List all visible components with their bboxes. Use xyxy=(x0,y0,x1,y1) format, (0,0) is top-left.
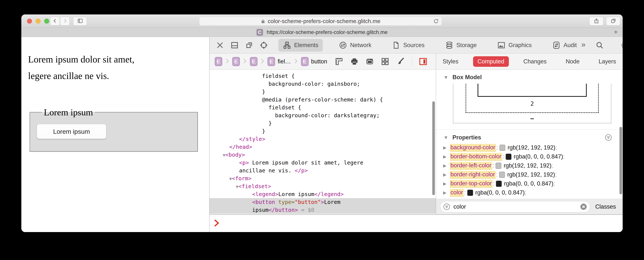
inspector-tab-audit[interactable]: Audit xyxy=(548,39,581,52)
dom-tree-line[interactable]: ▼<fieldset> xyxy=(210,182,436,190)
safari-window: color-scheme-prefers-color-scheme.glitch… xyxy=(21,15,623,232)
tab-label: Graphics xyxy=(508,42,532,49)
dom-tree-line[interactable]: fieldset { xyxy=(210,103,436,111)
disclosure-icon[interactable]: ▶ xyxy=(443,190,450,195)
tab-title[interactable]: https://color-scheme-prefers-color-schem… xyxy=(267,29,388,35)
sidebar-scrollbar[interactable] xyxy=(620,127,622,194)
dom-tree-line[interactable]: ▼<form> xyxy=(210,174,436,182)
dom-tree-line[interactable]: } xyxy=(210,88,436,96)
classes-toggle[interactable]: Classes xyxy=(595,203,616,210)
clear-filter-button[interactable] xyxy=(580,203,587,210)
property-filter-input[interactable]: color xyxy=(440,201,590,212)
minimize-window-button[interactable] xyxy=(36,19,40,24)
dom-tree-line-selected[interactable]: <button type="button">Lorem xyxy=(210,198,436,206)
disclosure-icon[interactable]: ▶ xyxy=(443,145,450,150)
sidebar-tab-computed[interactable]: Computed xyxy=(473,56,509,67)
property-row-color[interactable]: ▶color:rgba(0, 0, 0, 0.847); xyxy=(436,188,623,197)
inspector-tab-storage[interactable]: Storage xyxy=(441,39,481,52)
back-button[interactable] xyxy=(50,17,60,26)
color-swatch[interactable] xyxy=(499,172,505,178)
dom-tree-line[interactable]: </style> xyxy=(210,135,436,143)
document-icon xyxy=(392,41,400,49)
property-name: border-bottom-color xyxy=(450,153,502,161)
filter-text: color xyxy=(454,203,577,210)
device-window-button[interactable] xyxy=(366,57,374,66)
inspector-tab-sources[interactable]: Sources xyxy=(388,39,429,52)
grid-overlay-button[interactable] xyxy=(381,57,389,66)
sidebar-tab-node[interactable]: Node xyxy=(561,56,584,67)
close-inspector-button[interactable] xyxy=(216,41,224,50)
paint-flashing-button[interactable] xyxy=(396,57,404,66)
dom-tree-line[interactable]: ancillae ne vis. </p> xyxy=(210,167,436,174)
property-row-border-right-color[interactable]: ▶border-right-color:rgb(192, 192, 192); xyxy=(436,170,623,179)
close-window-button[interactable] xyxy=(27,19,32,24)
sidebar-tab-styles[interactable]: Styles xyxy=(438,56,463,67)
zoom-window-button[interactable] xyxy=(44,19,49,24)
property-name: color xyxy=(450,189,464,197)
detach-window-button[interactable] xyxy=(245,41,253,50)
dom-tree-line[interactable]: background-color: gainsboro; xyxy=(210,80,436,88)
dom-tree-line[interactable]: </head> xyxy=(210,143,436,151)
share-button[interactable] xyxy=(589,17,604,26)
element-picker-button[interactable] xyxy=(260,41,268,50)
property-row-border-left-color[interactable]: ▶border-left-color:rgb(192, 192, 192); xyxy=(436,161,623,170)
quick-console[interactable] xyxy=(210,214,623,232)
search-button[interactable] xyxy=(595,41,604,50)
inspect-mode-active-icon[interactable] xyxy=(419,57,427,66)
lock-icon xyxy=(260,19,266,24)
property-value: rgba(0, 0, 0, 0.847) xyxy=(514,153,563,160)
disclosure-icon[interactable]: ▶ xyxy=(443,172,450,177)
styles-sidebar-tabs: StylesComputedChangesNodeLayers xyxy=(436,53,623,70)
color-swatch[interactable] xyxy=(506,154,512,160)
color-swatch[interactable] xyxy=(467,190,473,196)
property-row-background-color[interactable]: ▶background-color:rgb(192, 192, 192); xyxy=(436,143,623,152)
dom-tree-view[interactable]: fieldset { background-color: gainsboro; … xyxy=(210,70,436,214)
reload-button[interactable] xyxy=(433,18,440,25)
dock-bottom-button[interactable] xyxy=(230,41,239,50)
dom-tree-line[interactable]: @media (prefers-color-scheme: dark) { xyxy=(210,96,436,103)
breadcrumb-separator-icon xyxy=(260,58,264,65)
disclosure-icon[interactable]: ▶ xyxy=(443,181,450,186)
new-tab-button[interactable]: + xyxy=(614,28,618,36)
box-model-header[interactable]: ▼ Box Model xyxy=(436,70,623,83)
inspector-tab-elements[interactable]: Elements xyxy=(278,39,323,52)
dom-tree-line[interactable]: fieldset { xyxy=(210,72,436,80)
color-swatch[interactable] xyxy=(496,181,502,187)
inspector-tab-network[interactable]: Network xyxy=(334,39,376,52)
more-tabs-button[interactable]: » xyxy=(581,41,586,50)
properties-header[interactable]: ▼ Properties xyxy=(436,130,623,143)
rulers-button[interactable] xyxy=(335,57,343,66)
print-button[interactable] xyxy=(350,57,358,66)
inspector-tab-graphics[interactable]: Graphics xyxy=(493,39,536,52)
dom-tree-line[interactable]: } xyxy=(210,127,436,135)
element-badge-icon: E xyxy=(232,57,240,66)
forward-button[interactable] xyxy=(60,17,70,26)
properties-filter-icon[interactable] xyxy=(605,134,612,141)
url-bar[interactable]: color-scheme-prefers-color-scheme.glitch… xyxy=(199,17,442,26)
breadcrumb-item[interactable]: E xyxy=(250,57,258,66)
disclosure-triangle-icon: ▼ xyxy=(444,74,448,80)
settings-gear-button[interactable] xyxy=(620,41,623,50)
color-swatch[interactable] xyxy=(496,163,501,169)
tab-overview-button[interactable] xyxy=(606,17,620,26)
color-swatch[interactable] xyxy=(500,145,505,151)
property-row-border-top-color[interactable]: ▶border-top-color:rgba(0, 0, 0, 0.847); xyxy=(436,179,623,188)
page-button[interactable]: Lorem ipsum xyxy=(37,124,106,139)
sidebar-tab-layers[interactable]: Layers xyxy=(594,56,620,67)
dom-tree-line[interactable]: ▼<body> xyxy=(210,151,436,159)
property-row-border-bottom-color[interactable]: ▶border-bottom-color:rgba(0, 0, 0, 0.847… xyxy=(436,152,623,161)
dom-tree-line[interactable]: } xyxy=(210,119,436,127)
dom-tree-line[interactable]: <legend>Lorem ipsum</legend> xyxy=(210,190,436,198)
disclosure-icon[interactable]: ▶ xyxy=(443,163,450,168)
breadcrumb-item[interactable]: E xyxy=(215,57,222,66)
breadcrumb-item[interactable]: Efiel… xyxy=(268,57,291,66)
sidebar-toggle-button[interactable] xyxy=(73,17,87,26)
dom-tree-line[interactable]: <p> Lorem ipsum dolor sit amet, legere xyxy=(210,159,436,167)
dom-tree-line-selected[interactable]: ipsum</button> = $0 xyxy=(210,206,436,214)
code-scrollbar[interactable] xyxy=(432,101,435,195)
breadcrumb-item[interactable]: E xyxy=(232,57,240,66)
disclosure-icon[interactable]: ▶ xyxy=(443,154,450,159)
sidebar-tab-changes[interactable]: Changes xyxy=(519,56,551,67)
dom-tree-line[interactable]: background-color: darkslategray; xyxy=(210,111,436,119)
breadcrumb-item[interactable]: Ebutton xyxy=(301,57,327,66)
